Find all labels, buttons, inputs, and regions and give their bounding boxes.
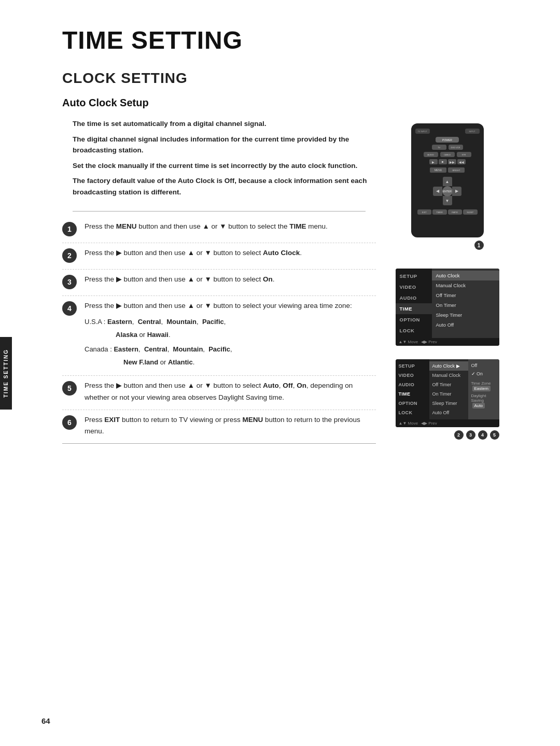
sleep-button[interactable]: SLEEP <box>463 209 478 215</box>
main-title: TIME SETTING <box>62 26 519 54</box>
menu-right-auto-off[interactable]: Auto Off <box>432 320 499 330</box>
side-tab: TIME SETTING <box>0 337 12 410</box>
remote-section: TV INPUT INPUT POWER TV DVD VCR <box>411 123 484 250</box>
menu-item-audio-1[interactable]: AUDIO <box>396 292 432 303</box>
step-2: 2 Press the ▶ button and then use ▲ or ▼… <box>62 247 376 270</box>
sub-option-on[interactable]: On <box>471 370 496 378</box>
menu-screenshot-1-section: SETUP VIDEO AUDIO TIME OPTION LOCK Auto … <box>396 269 499 346</box>
menu-right-sub-2: Off On Time Zone Eastern DaylightSaving … <box>468 359 499 419</box>
timezone-sub-label: Time Zone Eastern <box>471 381 496 391</box>
timer-button[interactable]: TIMER <box>432 209 447 215</box>
menu-right-manual-clock[interactable]: Manual Clock <box>432 280 499 290</box>
menu-screenshot-1: SETUP VIDEO AUDIO TIME OPTION LOCK Auto … <box>396 269 499 346</box>
menu-left-panel-1: SETUP VIDEO AUDIO TIME OPTION LOCK <box>396 269 432 338</box>
mm-manual-clock[interactable]: Manual Clock <box>429 371 468 380</box>
menu-item-time-1[interactable]: TIME <box>396 303 432 314</box>
step-6: 6 Press EXIT button to return to TV view… <box>62 414 376 444</box>
ml-setup[interactable]: SETUP <box>396 361 429 371</box>
menu-button[interactable]: MENU <box>430 167 446 173</box>
ref-badge-1: 1 <box>474 241 484 250</box>
steps-list: 1 Press the MENU button and then use ▲ o… <box>62 221 376 444</box>
mm-off-timer[interactable]: Off Timer <box>429 380 468 389</box>
audio-button[interactable]: AUDIO <box>424 152 438 157</box>
menu-item-video-1[interactable]: VIDEO <box>396 281 432 292</box>
play-button[interactable]: ▶ <box>429 159 438 164</box>
menu-bottom-bar-2: ▲▼ Move ◀▶ Prev <box>396 419 499 427</box>
menu-right-off-timer[interactable]: Off Timer <box>432 290 499 300</box>
mm-sleep-timer[interactable]: Sleep Timer <box>429 399 468 408</box>
bright-button[interactable]: BRIGHT <box>448 167 465 173</box>
step-4-text: Press the ▶ button and then use ▲ or ▼ b… <box>85 300 376 370</box>
rw-button[interactable]: ◀◀ <box>457 159 466 164</box>
menu-right-auto-clock[interactable]: Auto Clock <box>432 271 499 280</box>
step-3: 3 Press the ▶ button and then use ▲ or ▼… <box>62 274 376 296</box>
dpad-enter[interactable]: ENTER <box>442 186 453 196</box>
step-4-number: 4 <box>62 301 77 316</box>
menu-item-option-1[interactable]: OPTION <box>396 314 432 325</box>
ff-button[interactable]: ▶▶ <box>448 159 456 164</box>
intro-p3: Set the clock manually if the current ti… <box>73 162 357 170</box>
tv-input-button[interactable]: TV INPUT <box>415 129 430 134</box>
menu-left-2: SETUP VIDEO AUDIO TIME OPTION LOCK <box>396 359 429 419</box>
ref-badge-2: 2 <box>454 430 464 440</box>
menu-mid-2: Auto Clock ▶ Manual Clock Off Timer On T… <box>429 359 468 419</box>
stop-button[interactable]: ■ <box>439 159 447 164</box>
str-button[interactable]: STR <box>457 152 471 157</box>
ml-lock[interactable]: LOCK <box>396 408 429 417</box>
sub-title: Auto Clock Setup <box>62 97 519 109</box>
ml-option[interactable]: OPTION <box>396 399 429 408</box>
menu-right-on-timer[interactable]: On Timer <box>432 300 499 310</box>
mm-on-timer[interactable]: On Timer <box>429 389 468 399</box>
side-tab-label: TIME SETTING <box>3 349 9 398</box>
exit-button[interactable]: EXIT <box>417 209 432 215</box>
bottom-move-label-2: ▲▼ Move <box>399 421 418 426</box>
ml-audio[interactable]: AUDIO <box>396 380 429 389</box>
ref-badge-4: 4 <box>478 430 487 440</box>
timezone-block: U.S.A : Eastern, Central, Mountain, Paci… <box>85 316 376 369</box>
bottom-move-label: ▲▼ Move <box>399 340 418 344</box>
step-5: 5 Press the ▶ button and then use ▲ or ▼… <box>62 380 376 410</box>
mm-auto-clock[interactable]: Auto Clock ▶ <box>429 361 468 371</box>
ml-time[interactable]: TIME <box>396 389 429 399</box>
power-button[interactable]: POWER <box>436 137 459 143</box>
dvd-vcr-button[interactable]: DVD VCR <box>449 145 463 150</box>
intro-p2: The digital channel signal includes info… <box>73 135 349 154</box>
ref-badge-3: 3 <box>466 430 475 440</box>
ml-video[interactable]: VIDEO <box>396 371 429 380</box>
dpad: ▲ ▼ ◀ ▶ ENTER <box>433 177 461 205</box>
step-1-number: 1 <box>62 222 77 236</box>
page-number: 64 <box>41 716 50 725</box>
timezone-sub: Time Zone Eastern <box>471 381 496 391</box>
page-container: TIME SETTING TIME SETTING CLOCK SETTING … <box>0 0 560 746</box>
step-6-text: Press EXIT button to return to TV viewin… <box>85 414 376 438</box>
daylight-sub: DaylightSaving Auto <box>471 393 496 409</box>
input-button[interactable]: INPUT <box>465 129 480 134</box>
step-2-number: 2 <box>62 248 77 263</box>
menu-bottom-bar-1: ▲▼ Move ◀▶ Prev <box>396 338 499 346</box>
mm-auto-off[interactable]: Auto Off <box>429 408 468 417</box>
section-title: CLOCK SETTING <box>62 70 519 87</box>
sub-option-off[interactable]: Off <box>471 361 496 370</box>
step-3-number: 3 <box>62 275 77 289</box>
step-2-text: Press the ▶ button and then use ▲ or ▼ b… <box>85 247 376 259</box>
step-6-number: 6 <box>62 415 77 430</box>
menu-item-lock-1[interactable]: LOCK <box>396 325 432 336</box>
menu-right-sleep-timer[interactable]: Sleep Timer <box>432 310 499 320</box>
dpad-left[interactable]: ◀ <box>433 187 442 196</box>
intro-block: The time is set automatically from a dig… <box>73 118 376 198</box>
dpad-right[interactable]: ▶ <box>452 187 461 196</box>
bottom-prev-label: ◀▶ Prev <box>421 340 437 344</box>
bottom-prev-label-2: ◀▶ Prev <box>421 421 437 426</box>
cable-button[interactable]: CABLE <box>440 152 455 157</box>
step-4: 4 Press the ▶ button and then use ▲ or ▼… <box>62 300 376 376</box>
menu-right-panel-1: Auto Clock Manual Clock Off Timer On Tim… <box>432 269 499 338</box>
intro-p1: The time is set automatically from a dig… <box>73 120 267 128</box>
tv-button[interactable]: TV <box>432 145 446 150</box>
remote-control: TV INPUT INPUT POWER TV DVD VCR <box>411 123 484 237</box>
dpad-up[interactable]: ▲ <box>443 177 452 186</box>
menu-item-setup-1[interactable]: SETUP <box>396 271 432 281</box>
dpad-down[interactable]: ▼ <box>443 196 452 205</box>
step-3-text: Press the ▶ button and then use ▲ or ▼ b… <box>85 274 376 285</box>
ratio-button[interactable]: RATIO <box>448 209 463 215</box>
ref-badge-5: 5 <box>490 430 499 440</box>
